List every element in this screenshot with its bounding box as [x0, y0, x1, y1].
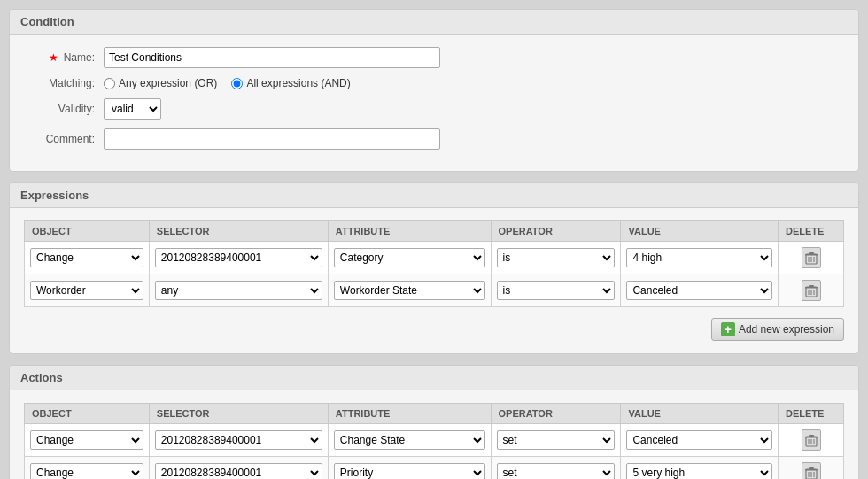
act-row2-operator-select[interactable]: set	[497, 463, 616, 479]
required-star: ★	[49, 51, 58, 64]
actions-table: OBJECT SELECTOR ATTRIBUTE OPERATOR VALUE…	[24, 403, 844, 479]
plus-icon: +	[721, 322, 735, 336]
expr-row2-operator-select[interactable]: is	[497, 281, 616, 300]
act-row1-selector: 20120828389400001	[149, 424, 328, 457]
expressions-header-row: OBJECT SELECTOR ATTRIBUTE OPERATOR VALUE…	[25, 221, 844, 242]
expr-row1-value-select[interactable]: 4 high5 very high	[626, 248, 772, 267]
trash-icon	[802, 280, 821, 301]
expr-col-selector: SELECTOR	[149, 221, 328, 242]
condition-title: Condition	[10, 10, 858, 35]
act-row2-object: ChangeWorkorder	[25, 457, 150, 480]
trash-icon	[802, 247, 821, 268]
validity-select[interactable]: valid invalid	[104, 98, 161, 120]
name-label: ★ Name:	[24, 51, 104, 64]
svg-rect-2	[805, 254, 818, 256]
act-row1-object: ChangeWorkorder	[25, 424, 150, 457]
table-row: WorkorderChange any20120828389400001 Wor…	[25, 274, 844, 307]
expr-col-value: VALUE	[621, 221, 779, 242]
table-row: ChangeWorkorder 20120828389400001 Change…	[25, 424, 844, 457]
act-row1-attribute-select[interactable]: Change StatePriority	[334, 430, 485, 450]
act-row2-value-select[interactable]: 5 very high	[626, 463, 772, 479]
table-row: ChangeWorkorder 20120828389400001 Priori…	[25, 457, 844, 480]
expr-row1-selector: 20120828389400001	[149, 242, 328, 274]
expr-row1-value: 4 high5 very high	[621, 242, 779, 274]
svg-rect-14	[805, 437, 818, 438]
expr-row2-object: WorkorderChange	[25, 274, 150, 307]
radio-or[interactable]	[104, 78, 115, 89]
expressions-section: Expressions OBJECT SELECTOR ATTRIBUTE OP…	[9, 182, 859, 354]
expr-row2-value: Canceled	[621, 274, 779, 307]
expr-row2-operator: is	[491, 274, 621, 307]
add-expression-label: Add new expression	[739, 323, 834, 336]
comment-row: Comment:	[24, 128, 844, 150]
trash-icon	[802, 462, 821, 479]
act-row1-operator-select[interactable]: set	[497, 430, 616, 450]
act-col-value: VALUE	[621, 404, 779, 424]
act-row2-delete-btn[interactable]	[798, 460, 825, 479]
act-row1-value-select[interactable]: Canceled	[626, 430, 772, 450]
expr-col-object: OBJECT	[25, 221, 150, 242]
act-row2-selector-select[interactable]: 20120828389400001	[155, 463, 322, 479]
matching-label: Matching:	[24, 77, 104, 89]
act-row1-value: Canceled	[621, 424, 779, 457]
act-row1-delete	[779, 424, 844, 457]
expr-row2-attribute-select[interactable]: Workorder StateCategory	[334, 281, 485, 300]
name-row: ★ Name:	[24, 47, 844, 68]
expr-row1-attribute-select[interactable]: CategoryWorkorder State	[334, 248, 485, 267]
act-row1-operator: set	[491, 424, 621, 457]
expr-col-operator: OPERATOR	[491, 221, 621, 242]
expressions-table: OBJECT SELECTOR ATTRIBUTE OPERATOR VALUE…	[24, 220, 844, 307]
matching-row: Matching: Any expression (OR) All expres…	[24, 77, 844, 89]
condition-section: Condition ★ Name: Matching: Any expressi…	[9, 9, 859, 172]
act-row2-selector: 20120828389400001	[149, 457, 328, 480]
expr-row1-operator-select[interactable]: is	[497, 248, 616, 267]
validity-row: Validity: valid invalid	[24, 98, 844, 120]
expr-row2-selector: any20120828389400001	[149, 274, 328, 307]
radio-or-label[interactable]: Any expression (OR)	[104, 77, 217, 89]
expr-row1-object: ChangeWorkorder	[25, 242, 150, 274]
svg-rect-1	[809, 252, 814, 254]
act-row1-selector-select[interactable]: 20120828389400001	[155, 430, 322, 450]
actions-section: Actions OBJECT SELECTOR ATTRIBUTE OPERAT…	[9, 365, 859, 479]
expr-row1-delete-btn[interactable]	[798, 245, 825, 270]
trash-icon	[802, 429, 821, 451]
expr-row1-object-select[interactable]: ChangeWorkorder	[30, 248, 143, 267]
act-row2-attribute: PriorityChange State	[328, 457, 491, 480]
act-row1-object-select[interactable]: ChangeWorkorder	[30, 430, 143, 450]
expr-row2-value-select[interactable]: Canceled	[626, 281, 772, 300]
radio-and-label[interactable]: All expressions (AND)	[231, 77, 350, 89]
add-expression-button[interactable]: + Add new expression	[711, 318, 844, 341]
svg-rect-20	[805, 469, 818, 471]
act-row2-operator: set	[491, 457, 621, 480]
expr-col-delete: DELETE	[779, 221, 844, 242]
expr-row1-attribute: CategoryWorkorder State	[328, 242, 491, 274]
svg-rect-8	[805, 287, 818, 289]
expr-row2-attribute: Workorder StateCategory	[328, 274, 491, 307]
expr-col-attribute: ATTRIBUTE	[328, 221, 491, 242]
actions-header-row: OBJECT SELECTOR ATTRIBUTE OPERATOR VALUE…	[25, 404, 844, 424]
act-row1-attribute: Change StatePriority	[328, 424, 491, 457]
expressions-add-row: + Add new expression	[24, 314, 844, 341]
expr-row1-selector-select[interactable]: 20120828389400001	[155, 248, 322, 267]
actions-title: Actions	[10, 366, 858, 390]
expr-row2-object-select[interactable]: WorkorderChange	[30, 281, 143, 300]
act-col-delete: DELETE	[779, 404, 844, 424]
validity-label: Validity:	[24, 103, 104, 115]
comment-label: Comment:	[24, 133, 104, 145]
svg-rect-7	[809, 285, 814, 287]
expr-row1-operator: is	[491, 242, 621, 274]
act-row2-object-select[interactable]: ChangeWorkorder	[30, 463, 143, 479]
name-input[interactable]	[104, 47, 440, 68]
expr-row2-delete	[779, 274, 844, 307]
act-row2-delete	[779, 457, 844, 480]
act-col-operator: OPERATOR	[491, 404, 621, 424]
act-row1-delete-btn[interactable]	[798, 428, 825, 452]
act-row2-attribute-select[interactable]: PriorityChange State	[334, 463, 485, 479]
act-col-object: OBJECT	[25, 404, 150, 424]
comment-input[interactable]	[104, 128, 440, 150]
expr-row2-selector-select[interactable]: any20120828389400001	[155, 281, 322, 300]
expr-row2-delete-btn[interactable]	[798, 278, 825, 303]
radio-and[interactable]	[231, 78, 243, 89]
table-row: ChangeWorkorder 20120828389400001 Catego…	[25, 242, 844, 274]
act-row2-value: 5 very high	[621, 457, 779, 480]
